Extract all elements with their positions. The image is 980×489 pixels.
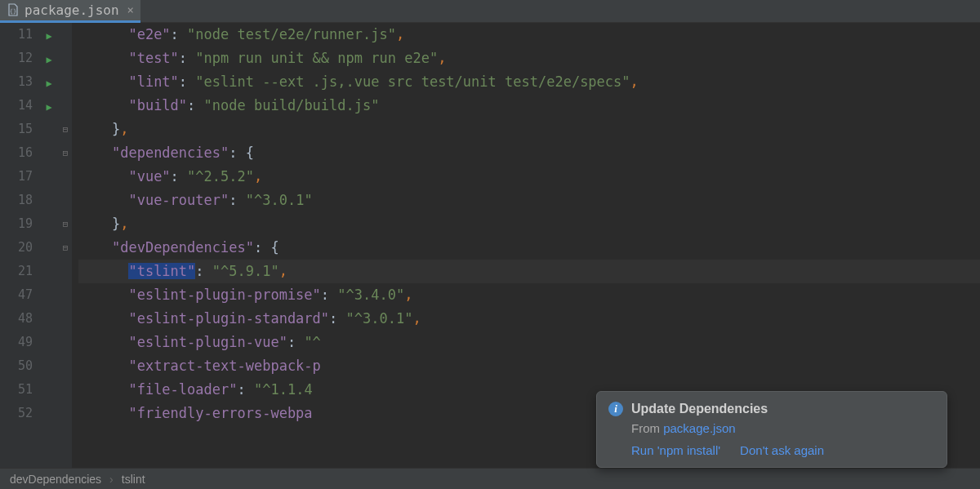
run-icon[interactable]: ▶ bbox=[39, 72, 59, 96]
code-line[interactable]: "lint": "eslint --ext .js,.vue src test/… bbox=[78, 70, 980, 94]
line-number: 51 bbox=[0, 378, 33, 402]
code-line[interactable]: "eslint-plugin-standard": "^3.0.1", bbox=[78, 307, 980, 331]
breadcrumb: devDependencies › tslint bbox=[0, 468, 980, 489]
popup-body: From package.json bbox=[631, 421, 935, 435]
line-number: 17 bbox=[0, 165, 33, 189]
line-number: 14 bbox=[0, 94, 33, 118]
line-number: 16 bbox=[0, 141, 33, 165]
run-icon[interactable]: ▶ bbox=[39, 24, 59, 48]
line-number: 48 bbox=[0, 307, 33, 331]
breadcrumb-item[interactable]: devDependencies bbox=[10, 473, 101, 486]
code-line[interactable]: "vue-router": "^3.0.1" bbox=[78, 189, 980, 212]
line-number-gutter: 1112131415161718192021474849505152 bbox=[0, 23, 39, 468]
tab-filename: package.json bbox=[24, 2, 119, 18]
notification-popup: i Update Dependencies From package.json … bbox=[596, 391, 947, 468]
line-number: 47 bbox=[0, 283, 33, 307]
code-line[interactable]: "eslint-plugin-vue": "^ bbox=[78, 331, 980, 354]
code-line[interactable]: "devDependencies": { bbox=[78, 236, 980, 260]
code-line[interactable]: "tslint": "^5.9.1", bbox=[78, 260, 980, 283]
breadcrumb-item[interactable]: tslint bbox=[122, 473, 145, 486]
code-line[interactable]: "test": "npm run unit && npm run e2e", bbox=[78, 47, 980, 70]
code-line[interactable]: "extract-text-webpack-p bbox=[78, 354, 980, 378]
line-number: 50 bbox=[0, 354, 33, 378]
run-gutter: ▶▶▶▶ bbox=[39, 23, 59, 468]
code-line[interactable]: }, bbox=[78, 118, 980, 141]
line-number: 18 bbox=[0, 189, 33, 212]
close-icon[interactable]: × bbox=[127, 3, 134, 16]
line-number: 20 bbox=[0, 236, 33, 260]
run-npm-install-link[interactable]: Run 'npm install' bbox=[631, 443, 720, 457]
code-line[interactable]: "dependencies": { bbox=[78, 141, 980, 165]
fold-icon[interactable]: ⊟ bbox=[59, 236, 72, 260]
code-line[interactable]: "vue": "^2.5.2", bbox=[78, 165, 980, 189]
code-line[interactable]: "build": "node build/build.js" bbox=[78, 94, 980, 118]
popup-filename-link[interactable]: package.json bbox=[663, 421, 735, 435]
run-icon[interactable]: ▶ bbox=[39, 96, 59, 119]
fold-icon[interactable]: ⊟ bbox=[59, 118, 72, 141]
line-number: 11 bbox=[0, 23, 33, 47]
fold-icon[interactable]: ⊟ bbox=[59, 141, 72, 165]
file-tab[interactable]: {} package.json × bbox=[0, 0, 140, 23]
code-line[interactable]: "eslint-plugin-promise": "^3.4.0", bbox=[78, 283, 980, 307]
dont-ask-again-link[interactable]: Don't ask again bbox=[740, 443, 824, 457]
line-number: 12 bbox=[0, 47, 33, 70]
chevron-right-icon: › bbox=[109, 473, 114, 486]
code-line[interactable]: "e2e": "node test/e2e/runner.js", bbox=[78, 23, 980, 47]
tab-bar: {} package.json × bbox=[0, 0, 980, 23]
info-icon: i bbox=[608, 402, 623, 416]
line-number: 13 bbox=[0, 70, 33, 94]
line-number: 21 bbox=[0, 260, 33, 283]
code-line[interactable]: }, bbox=[78, 212, 980, 236]
line-number: 15 bbox=[0, 118, 33, 141]
svg-text:{}: {} bbox=[10, 8, 16, 15]
fold-gutter: ⊟⊟⊟⊟ bbox=[59, 23, 72, 468]
run-icon[interactable]: ▶ bbox=[39, 48, 59, 72]
json-file-icon: {} bbox=[7, 3, 20, 16]
popup-title: Update Dependencies bbox=[631, 402, 768, 416]
line-number: 49 bbox=[0, 331, 33, 354]
line-number: 19 bbox=[0, 212, 33, 236]
fold-icon[interactable]: ⊟ bbox=[59, 212, 72, 236]
line-number: 52 bbox=[0, 402, 33, 425]
